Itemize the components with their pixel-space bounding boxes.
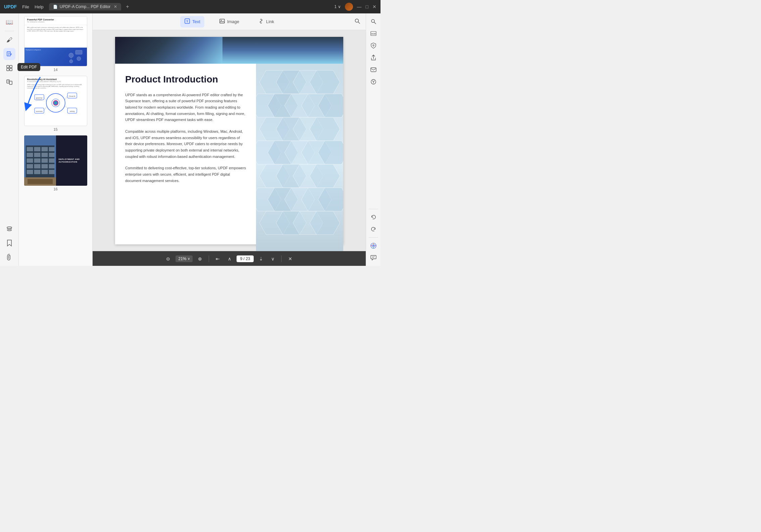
tooltip-label: Edit PDF — [21, 65, 37, 69]
bookmark-icon — [6, 239, 12, 247]
search-icon — [354, 18, 360, 24]
svg-line-99 — [374, 22, 376, 24]
svg-rect-51 — [42, 164, 48, 168]
protect-icon — [371, 43, 376, 49]
nav-first-button[interactable]: ⇤ — [213, 255, 222, 263]
svg-rect-52 — [49, 164, 54, 168]
nav-prev-button[interactable]: ∧ — [225, 255, 234, 263]
image-tool-icon — [219, 18, 225, 24]
new-tab-button[interactable]: + — [126, 4, 129, 10]
close-button[interactable]: ✕ — [372, 4, 376, 9]
page-paragraph-2: Compatible across multiple platforms, in… — [125, 128, 246, 160]
minimize-button[interactable]: — — [357, 4, 362, 9]
edit-toolbar: T Text Image — [93, 13, 366, 30]
undo-button[interactable] — [368, 212, 379, 223]
svg-text:OCR: OCR — [371, 33, 376, 35]
tab-icon: 📄 — [53, 5, 58, 9]
svg-rect-43 — [42, 153, 48, 157]
toolbar-image-button[interactable]: Image — [215, 16, 243, 27]
avatar[interactable] — [345, 3, 353, 11]
page-paragraph-3: Committed to delivering cost-effective, … — [125, 165, 246, 184]
sidebar-item-bookmark[interactable] — [3, 237, 15, 249]
search-button[interactable] — [354, 18, 360, 25]
svg-point-108 — [373, 245, 374, 246]
text-icon: T — [184, 18, 190, 25]
close-bar-button[interactable]: ✕ — [286, 255, 295, 263]
right-sidebar: OCR — [366, 13, 380, 266]
svg-text:Cloud AI: Cloud AI — [69, 95, 75, 97]
thumbnail-label-14: 14 — [53, 68, 57, 72]
page-title: Product Introduction — [125, 74, 246, 85]
file-menu[interactable]: File — [22, 4, 29, 9]
sidebar-item-edit-pdf[interactable] — [3, 48, 15, 60]
svg-line-28 — [65, 96, 67, 100]
svg-marker-97 — [310, 211, 340, 235]
maximize-button[interactable]: □ — [366, 4, 368, 9]
tab-close-button[interactable]: ✕ — [114, 4, 117, 9]
pdf-viewer[interactable]: Product Introduction UPDF stands as a co… — [93, 30, 366, 251]
sidebar-item-annotate[interactable]: 🖌 — [3, 34, 15, 46]
ai-button[interactable] — [368, 240, 379, 251]
brush-icon: 🖌 — [6, 37, 12, 44]
nav-last-button[interactable]: ∨ — [268, 255, 277, 263]
svg-rect-49 — [27, 164, 33, 168]
redo-button[interactable] — [368, 224, 379, 235]
zoom-out-button[interactable]: ⊖ — [163, 255, 173, 263]
svg-rect-37 — [27, 147, 33, 151]
svg-rect-14 — [75, 50, 82, 54]
image-icon — [219, 18, 225, 25]
thumbnail-card-16[interactable]: DEPLOYMENT AND AUTHORIZATION — [24, 135, 87, 186]
glass-building-image — [256, 64, 343, 251]
thumb16-text-side: DEPLOYMENT AND AUTHORIZATION — [56, 135, 87, 186]
sidebar-item-layers[interactable] — [3, 223, 15, 235]
nav-next-button[interactable]: ⇣ — [256, 255, 266, 263]
sidebar-item-organize[interactable] — [3, 62, 15, 74]
svg-rect-47 — [42, 159, 48, 163]
ai-icon — [370, 242, 377, 249]
page-indicator[interactable]: 1 ∨ — [335, 4, 341, 9]
current-page[interactable]: 9 — [240, 256, 242, 261]
svg-rect-10 — [9, 81, 12, 84]
compress-button[interactable] — [368, 76, 379, 87]
svg-rect-45 — [27, 159, 33, 163]
right-divider-2 — [369, 237, 378, 238]
svg-rect-55 — [42, 170, 48, 174]
svg-point-13 — [7, 227, 12, 229]
toolbar-link-button[interactable]: Link — [254, 16, 278, 27]
email-icon — [370, 67, 376, 72]
chat-button[interactable] — [368, 252, 379, 263]
thumb16-building-image — [24, 135, 56, 186]
share-button[interactable] — [368, 52, 379, 63]
ocr-icon: OCR — [370, 31, 376, 37]
zoom-in-button[interactable]: ⊕ — [195, 255, 205, 263]
tooltip: Edit PDF — [17, 63, 40, 71]
link-icon — [258, 18, 264, 25]
sidebar-item-reader[interactable]: 📖 — [3, 16, 15, 28]
left-sidebar: 📖 🖌 — [0, 13, 19, 266]
sidebar-item-convert[interactable] — [3, 76, 15, 88]
right-divider-1 — [369, 209, 378, 209]
svg-rect-46 — [34, 159, 40, 163]
thumbnail-item-16[interactable]: DEPLOYMENT AND AUTHORIZATION 16 — [21, 135, 90, 191]
active-tab[interactable]: 📄 UPDF-A Comp... PDF Editor ✕ — [49, 3, 121, 10]
thumbnail-card-14[interactable]: Powerful PDF Converter For enterprise so… — [24, 16, 87, 66]
link-tool-label: Link — [266, 19, 274, 24]
title-bar: UPDF File Help 📄 UPDF-A Comp... PDF Edit… — [0, 0, 380, 13]
title-bar-right: 1 ∨ — □ ✕ — [335, 3, 376, 11]
ocr-button[interactable]: OCR — [368, 28, 379, 39]
svg-marker-79 — [310, 117, 340, 141]
protect-button[interactable] — [368, 40, 379, 51]
share-icon — [371, 55, 376, 61]
sidebar-item-attachment[interactable] — [3, 251, 15, 263]
page-text-column: Product Introduction UPDF stands as a co… — [115, 64, 256, 251]
redo-icon — [370, 226, 376, 232]
svg-rect-40 — [49, 147, 54, 151]
email-button[interactable] — [368, 64, 379, 75]
help-menu[interactable]: Help — [35, 4, 44, 9]
right-search-button[interactable] — [368, 16, 379, 27]
toolbar-text-button[interactable]: T Text — [180, 16, 204, 27]
zoom-dropdown-icon[interactable]: ∨ — [188, 257, 190, 260]
thumbnail-label-16: 16 — [53, 187, 57, 191]
thumbnail-panel: Powerful PDF Converter For enterprise so… — [19, 13, 93, 266]
thumb14-title: Powerful PDF Converter — [27, 18, 84, 21]
